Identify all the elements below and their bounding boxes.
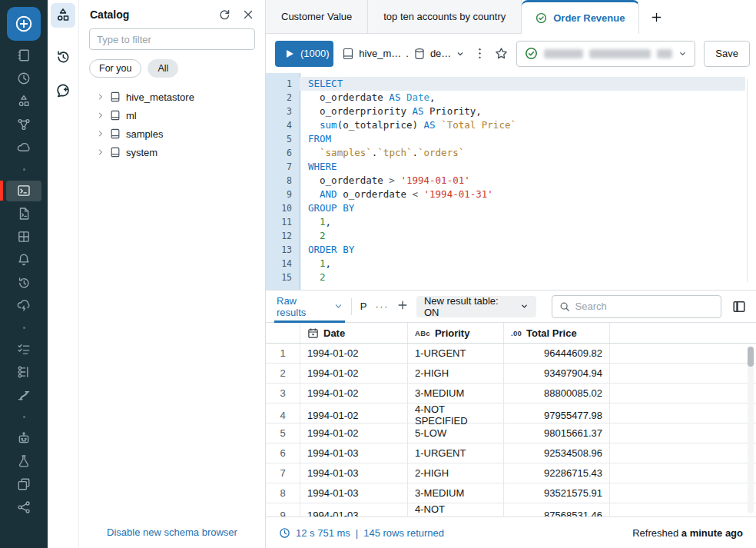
new-button[interactable] <box>7 7 41 41</box>
rail-item-history[interactable] <box>51 45 75 69</box>
sidebar-item-queries[interactable] <box>0 202 48 225</box>
column-header-priority[interactable]: ABc Priority <box>408 323 504 343</box>
run-button[interactable]: (1000) <box>275 41 333 67</box>
rail-item-catalog[interactable] <box>51 3 75 28</box>
filler-cell <box>610 463 756 483</box>
chevron-right-icon[interactable] <box>97 111 104 119</box>
close-icon[interactable] <box>242 8 254 21</box>
sidebar-item-sql-editor[interactable] <box>0 179 48 202</box>
rail-item-assistant[interactable] <box>51 78 75 103</box>
tab-customer-value[interactable]: Customer Value <box>266 0 368 34</box>
table-row[interactable]: 8 1994-01-03 3-MEDIUM 93521575.91 <box>266 483 756 503</box>
disable-schema-browser-link[interactable]: Disable new schema browser <box>79 526 265 538</box>
row-number-cell: 2 <box>266 364 300 383</box>
new-result-table-toggle[interactable]: New result table: ON <box>416 296 536 317</box>
raw-results-tab[interactable]: Raw results <box>277 291 343 322</box>
plus-icon <box>397 300 408 311</box>
decimal-type-icon: .00 <box>511 329 522 337</box>
sidebar-item-alerts[interactable] <box>0 248 48 271</box>
sidebar-item-experiments[interactable] <box>0 450 48 473</box>
date-cell: 1994-01-02 <box>300 423 408 443</box>
total-price-cell: 96444609.82 <box>504 344 610 363</box>
run-split-button: (1000) <box>275 41 333 67</box>
catalog-schema-selector[interactable]: hive_m… . de… <box>342 48 465 60</box>
query-stats[interactable]: 12 s 751 ms | 145 rows returned <box>279 527 444 539</box>
kebab-menu-icon <box>473 47 486 60</box>
chip-for-you[interactable]: For you <box>89 59 141 78</box>
catalog-tree-item[interactable]: ml <box>79 106 265 125</box>
plus-circle-icon <box>15 15 33 33</box>
column-header-date[interactable]: Date <box>300 323 408 343</box>
chip-all[interactable]: All <box>148 59 178 78</box>
sidebar-item-sql-warehouses[interactable] <box>0 294 48 317</box>
clock-icon <box>279 527 290 539</box>
sidebar-item-compute[interactable] <box>0 136 48 159</box>
tab-order-revenue[interactable]: Order Revenue <box>522 0 639 34</box>
sidebar-item-dashboards[interactable] <box>0 225 48 248</box>
catalog-item-icon <box>110 91 121 102</box>
chevron-right-icon[interactable] <box>97 148 104 156</box>
catalog-tree-item[interactable]: hive_metastore <box>79 88 265 106</box>
results-search-input[interactable] <box>575 301 715 312</box>
column-header-total-price[interactable]: .00 Total Price <box>504 323 610 343</box>
sidebar-item-data-ingestion[interactable] <box>0 360 48 384</box>
database-icon <box>413 48 426 60</box>
table-row[interactable]: 2 1994-01-02 2-HIGH 93497904.94 <box>266 364 756 384</box>
chevron-down-icon <box>520 302 529 311</box>
table-row[interactable]: 1 1994-01-02 1-URGENT 96444609.82 <box>266 344 756 364</box>
new-tab-button[interactable] <box>639 0 673 34</box>
sidebar-item-job-runs[interactable] <box>0 337 48 360</box>
catalog-book-icon <box>342 48 354 60</box>
side-panel-toggle-button[interactable] <box>730 297 748 316</box>
more-options-button[interactable] <box>473 45 486 62</box>
results-scrollbar-thumb[interactable] <box>748 347 754 367</box>
catalog-filter-chips: For you All <box>89 59 255 78</box>
filler-cell <box>610 443 756 463</box>
results-footer: 12 s 751 ms | 145 rows returned Refreshe… <box>266 516 756 548</box>
sidebar-item-query-history[interactable] <box>0 271 48 294</box>
sidebar-item-workflows[interactable] <box>0 113 48 136</box>
workspace-icon <box>17 48 31 62</box>
sidebar-item-recents[interactable] <box>0 67 48 90</box>
sidebar-item-catalog[interactable] <box>0 90 48 113</box>
priority-cell: 4-NOT SPECIFIED <box>408 503 504 516</box>
table-row[interactable]: 5 1994-01-02 5-LOW 98015661.37 <box>266 423 756 443</box>
sidebar-item-playground[interactable] <box>0 427 48 450</box>
string-type-icon: ABc <box>415 329 430 337</box>
table-row[interactable]: 9 1994-01-03 4-NOT SPECIFIED 87568531.46 <box>266 503 756 516</box>
chevron-right-icon[interactable] <box>97 93 104 101</box>
results-table: Date ABc Priority .00 Total Price 1 1994… <box>266 323 756 516</box>
add-visualization-button[interactable] <box>397 300 408 314</box>
table-row[interactable]: 7 1994-01-03 2-HIGH 92286715.43 <box>266 463 756 483</box>
refresh-icon[interactable] <box>218 8 230 21</box>
favorite-button[interactable] <box>495 45 508 62</box>
results-scrollbar-track[interactable] <box>748 347 754 513</box>
table-row[interactable]: 3 1994-01-02 3-MEDIUM 88800085.02 <box>266 384 756 404</box>
catalog-filter-input[interactable] <box>89 28 255 50</box>
history-icon <box>55 49 71 65</box>
row-number-cell: 8 <box>266 483 300 503</box>
table-row[interactable]: 4 1994-01-02 4-NOT SPECIFIED 97955477.98 <box>266 404 756 423</box>
save-button[interactable]: Save <box>704 41 750 67</box>
date-cell: 1994-01-02 <box>300 384 408 403</box>
sidebar-item-apps[interactable] <box>0 473 48 496</box>
priority-cell: 2-HIGH <box>408 364 504 383</box>
tab-top-ten-accounts[interactable]: top ten accounts by country <box>368 0 522 34</box>
catalog-tree-item[interactable]: samples <box>79 125 265 143</box>
chevron-right-icon[interactable] <box>97 130 104 138</box>
catalog-item-label: ml <box>126 110 137 121</box>
catalog-schema-separator: . <box>406 48 409 59</box>
date-cell: 1994-01-03 <box>300 463 408 483</box>
sidebar-item-serving[interactable] <box>0 496 48 519</box>
results-overflow-menu[interactable]: ··· <box>375 301 389 312</box>
sidebar-item-pipelines[interactable] <box>0 384 48 407</box>
catalog-tree-item[interactable]: system <box>79 143 265 161</box>
play-icon <box>287 50 293 58</box>
table-row[interactable]: 6 1994-01-03 1-URGENT 92534508.96 <box>266 443 756 463</box>
total-price-cell: 98015661.37 <box>504 423 610 443</box>
sql-editor[interactable]: 1SELECT2 o_orderdate AS Date,3 o_orderpr… <box>266 73 756 290</box>
clipped-result-tab[interactable]: P <box>360 301 367 312</box>
priority-cell: 1-URGENT <box>408 443 504 463</box>
sidebar-item-workspace[interactable] <box>0 44 48 67</box>
warehouse-selector[interactable] <box>516 41 695 67</box>
